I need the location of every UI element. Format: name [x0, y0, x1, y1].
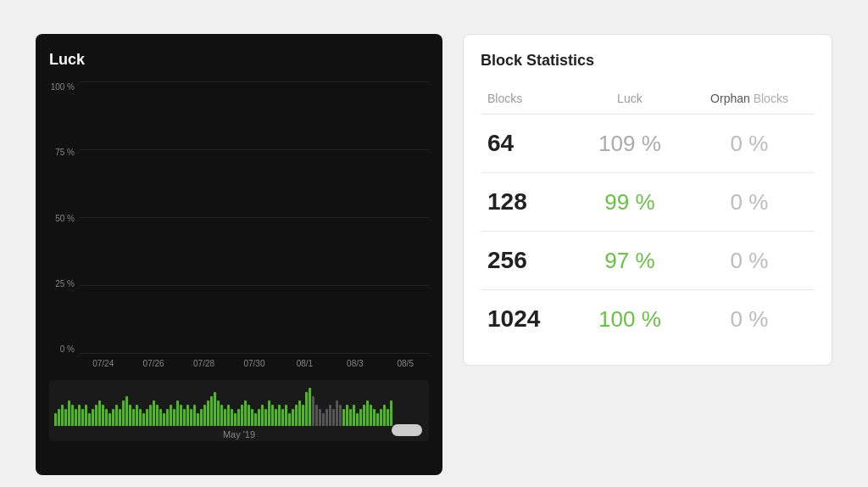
bar-chart-area: 0 % 25 % 50 % 75 % 100 % [49, 82, 429, 354]
mini-bar-99 [390, 400, 392, 426]
y-label-0: 0 % [49, 344, 80, 354]
cell-luck-3: 100 % [576, 290, 684, 349]
cell-blocks-3: 1024 [481, 290, 576, 349]
mini-bar-69 [288, 413, 291, 426]
mini-bar-29 [153, 400, 155, 426]
cell-orphan-3: 0 % [684, 290, 815, 349]
mini-bar-72 [298, 400, 301, 426]
mini-bar-13 [98, 400, 101, 426]
mini-bar-4 [68, 400, 70, 426]
chart-title: Luck [49, 51, 429, 69]
cell-blocks-2: 256 [481, 232, 576, 290]
mini-bar-67 [281, 409, 284, 426]
mini-bar-54 [237, 409, 240, 426]
mini-bar-11 [92, 409, 94, 426]
mini-bar-14 [102, 405, 104, 426]
x-label-1: 07/26 [130, 359, 176, 368]
mini-bar-22 [129, 405, 131, 426]
mini-bar-41 [193, 405, 196, 426]
mini-bar-36 [176, 400, 179, 426]
mini-bar-46 [210, 396, 213, 426]
mini-chart-label: May '19 [54, 429, 424, 439]
main-container: Luck 0 % 25 % 50 % 75 % 100 % [19, 17, 849, 487]
mini-bar-48 [217, 400, 220, 426]
mini-bar-53 [234, 413, 236, 426]
mini-bar-71 [295, 405, 298, 426]
stats-table: Blocks Luck Orphan Blocks 64109 %0 %1289… [481, 83, 815, 348]
col-header-orphan: Orphan Blocks [684, 83, 815, 115]
mini-bar-91 [363, 405, 365, 426]
mini-bar-76 [312, 396, 314, 426]
mini-bar-42 [197, 413, 199, 426]
mini-bar-37 [180, 405, 182, 426]
mini-bar-94 [373, 409, 376, 426]
y-label-100: 100 % [49, 82, 80, 92]
mini-bar-33 [166, 409, 169, 426]
mini-bar-55 [241, 405, 243, 426]
mini-bar-17 [112, 409, 114, 426]
mini-bar-84 [339, 405, 342, 426]
mini-bar-56 [244, 400, 247, 426]
x-label-3: 07/30 [231, 359, 277, 368]
mini-bar-9 [85, 405, 87, 426]
mini-bar-63 [268, 400, 270, 426]
cell-luck-1: 99 % [576, 173, 684, 232]
mini-bar-60 [258, 409, 260, 426]
x-label-0: 07/24 [80, 359, 126, 368]
col-header-blocks: Blocks [481, 83, 576, 115]
mini-bar-31 [159, 409, 162, 426]
mini-bar-97 [383, 405, 386, 426]
mini-bar-27 [146, 409, 148, 426]
mini-bar-58 [251, 409, 253, 426]
mini-bar-3 [64, 409, 67, 426]
table-row-0: 64109 %0 % [481, 115, 815, 173]
mini-bar-78 [319, 409, 321, 426]
mini-bar-57 [248, 405, 250, 426]
mini-bar-7 [78, 405, 81, 426]
y-label-50: 50 % [49, 214, 80, 223]
mini-bar-1 [58, 409, 60, 426]
mini-bar-23 [132, 409, 135, 426]
mini-bar-51 [227, 405, 230, 426]
mini-bar-30 [156, 405, 159, 426]
mini-bar-79 [322, 413, 325, 426]
mini-bar-50 [224, 409, 226, 426]
mini-bar-16 [108, 413, 111, 426]
y-label-25: 25 % [49, 279, 80, 288]
mini-bar-40 [190, 409, 192, 426]
mini-bar-52 [231, 409, 233, 426]
mini-bar-82 [332, 409, 335, 426]
mini-bar-81 [329, 405, 331, 426]
mini-bar-45 [207, 400, 209, 426]
mini-bar-80 [326, 409, 328, 426]
mini-bar-92 [366, 400, 369, 426]
mini-bar-85 [342, 409, 345, 426]
y-axis: 0 % 25 % 50 % 75 % 100 % [49, 82, 80, 354]
mini-bar-49 [220, 405, 223, 426]
mini-bar-77 [315, 405, 318, 426]
mini-scroll-handle[interactable] [392, 424, 422, 436]
orphan-word: Orphan [710, 92, 750, 105]
mini-bar-64 [271, 405, 274, 426]
cell-orphan-2: 0 % [684, 232, 815, 290]
mini-bar-88 [353, 405, 355, 426]
cell-orphan-1: 0 % [684, 173, 815, 232]
mini-bar-70 [292, 409, 294, 426]
mini-bar-89 [356, 413, 359, 426]
table-header-row: Blocks Luck Orphan Blocks [481, 83, 815, 115]
mini-bar-59 [254, 413, 257, 426]
stats-table-body: 64109 %0 %12899 %0 %25697 %0 %1024100 %0… [481, 115, 815, 349]
mini-bar-83 [336, 400, 338, 426]
table-row-2: 25697 %0 % [481, 232, 815, 290]
mini-chart: May '19 [49, 380, 429, 441]
mini-bar-12 [95, 405, 97, 426]
table-row-3: 1024100 %0 % [481, 290, 815, 349]
cell-luck-2: 97 % [576, 232, 684, 290]
stats-panel: Block Statistics Blocks Luck Orphan Bloc… [463, 34, 832, 366]
cell-orphan-0: 0 % [684, 115, 815, 173]
mini-bar-93 [370, 405, 372, 426]
mini-bar-18 [115, 405, 118, 426]
mini-bar-39 [186, 405, 189, 426]
mini-bars [54, 385, 424, 426]
mini-bar-98 [387, 409, 389, 426]
